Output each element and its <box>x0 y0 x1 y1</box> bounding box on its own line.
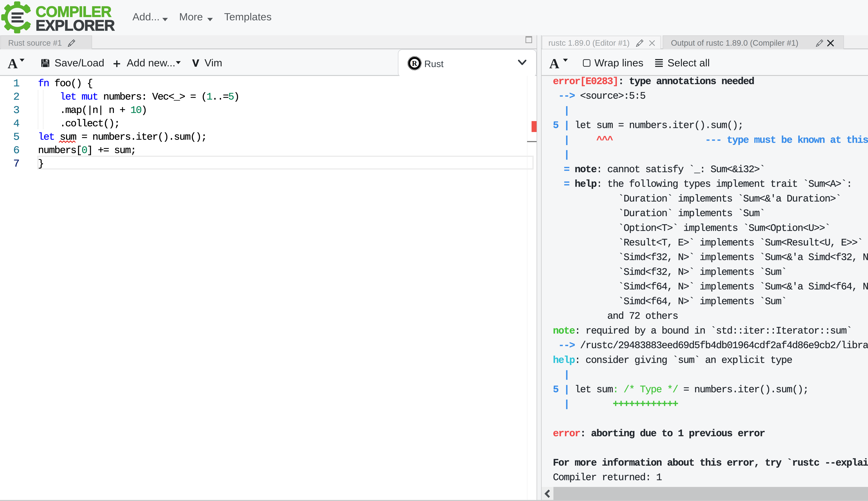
svg-text:R: R <box>412 60 417 67</box>
